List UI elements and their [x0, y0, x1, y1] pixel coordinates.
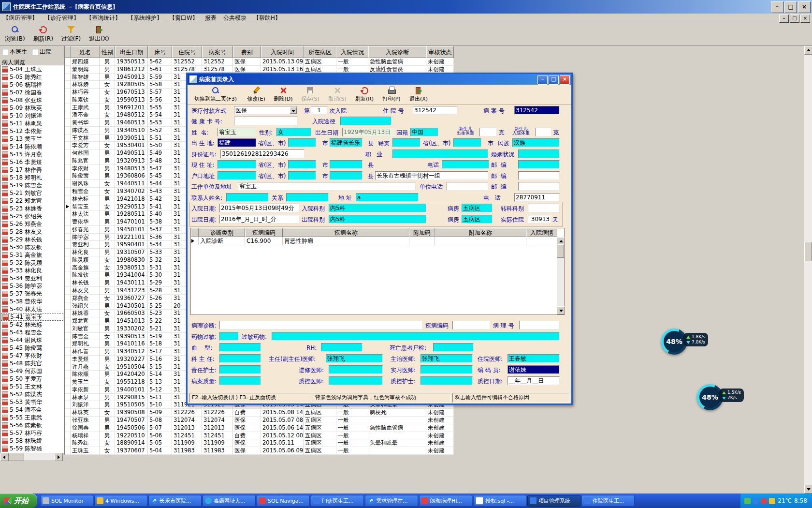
patient-list-item[interactable]: 5-57 林巧容	[1, 429, 63, 437]
dialog-close-button[interactable]: ×	[560, 75, 570, 85]
my-doctor-checkbox[interactable]: 本医生	[2, 48, 27, 56]
sex-input[interactable]: 女	[276, 128, 311, 136]
mdi-minimize-button[interactable]: –	[779, 15, 789, 23]
patient-list-item[interactable]: 5-31 高金旗	[1, 251, 63, 259]
patient-list-item[interactable]: 5-18 郑明礼	[1, 174, 63, 181]
occupation-input[interactable]	[392, 149, 488, 158]
column-header[interactable]: 姓名	[71, 46, 100, 58]
patient-list-item[interactable]: 5-34 贾亚利	[1, 274, 63, 282]
taskbar-item[interactable]: 4 Windows...	[94, 495, 147, 507]
patient-list-item[interactable]: 5-28 林友义	[1, 228, 63, 236]
browse-button[interactable]: 浏览(B)	[3, 24, 27, 45]
patient-list-item[interactable]: 5-50 李爱芳	[1, 375, 63, 383]
diagnosis-row[interactable]: 入院诊断C16.900胃恶性肿瘤	[191, 237, 564, 245]
taskbar-item[interactable]: 需求管理在...	[365, 495, 418, 507]
nationality-input[interactable]: 中国	[410, 128, 438, 136]
patient-list-item[interactable]: 5-40 林太法	[1, 305, 63, 313]
coder-input[interactable]: 谢依妹	[508, 365, 560, 374]
modify-button[interactable]: 修改(E)	[244, 85, 269, 104]
print-button[interactable]: 打印(P)	[379, 85, 404, 104]
column-header[interactable]: 性别	[100, 46, 115, 58]
admit-path-input[interactable]	[340, 117, 392, 125]
close-button[interactable]: ×	[798, 1, 811, 13]
hukou-province-input[interactable]	[288, 171, 316, 180]
minimize-button[interactable]: –	[771, 1, 783, 13]
contact-name-input[interactable]	[226, 193, 269, 202]
checkbox-icon[interactable]	[2, 49, 8, 55]
column-header[interactable]: 入院情况	[336, 46, 368, 58]
patient-list-item[interactable]: 5-23 林姝香	[1, 205, 63, 212]
patient-list-item[interactable]: 5-05 陈秀红	[1, 73, 63, 81]
contact-phone-input[interactable]: 28770911	[514, 193, 560, 202]
table-row[interactable]: 郑四嫫男193505135-62312552312552医保2015.05.13…	[65, 58, 454, 66]
dialog-minimize-button[interactable]: –	[537, 75, 548, 85]
discharge-dept-input[interactable]: 内5科	[329, 215, 426, 224]
patient-list-item[interactable]: 5-43 程雪金	[1, 329, 63, 336]
menu-item[interactable]: 【查询统计】	[86, 14, 121, 22]
patient-list-item[interactable]: 5-33 林化良	[1, 267, 63, 274]
patient-list-item[interactable]: 5-49 何苏国	[1, 367, 63, 375]
ethnic-input[interactable]: 汉族	[512, 138, 560, 147]
hukou-county-input[interactable]: 长乐市古槐镇中街村一组	[375, 171, 488, 180]
transfer-dept-input[interactable]	[528, 204, 560, 212]
pay-type-select[interactable]: 医保	[234, 106, 298, 115]
allergy-drug-input[interactable]	[272, 332, 560, 341]
refresh-button[interactable]: 刷新(R)	[31, 24, 55, 45]
dialog-titlebar[interactable]: 病案首页录入 – □ ×	[188, 74, 571, 85]
column-header[interactable]: 出生日期	[115, 46, 148, 58]
dept-head-input[interactable]	[219, 354, 261, 363]
scroll-left-icon[interactable]	[0, 453, 9, 461]
exit-button[interactable]: 退出(X)	[87, 24, 111, 45]
actual-days-input[interactable]: 30913	[528, 215, 551, 224]
inpatient-no-input[interactable]: 312542	[413, 106, 457, 115]
qc-date-input[interactable]: __年__月__日	[508, 376, 560, 385]
sidebar-hscrollbar[interactable]	[0, 453, 63, 460]
patient-list-item[interactable]: 5-58 林珠娇	[1, 437, 63, 445]
admit-dept-input[interactable]: 内5科	[329, 204, 426, 212]
column-header[interactable]: 床号	[148, 46, 172, 58]
patient-list-item[interactable]: 5-54 潘不金	[1, 406, 63, 414]
patient-list-item[interactable]: 5-51 王文林	[1, 383, 63, 390]
intern-doctor-input[interactable]	[420, 365, 473, 374]
start-button[interactable]: 开始	[0, 493, 37, 508]
menu-item[interactable]: 【帮助H】	[253, 14, 281, 22]
patient-list-item[interactable]: 5-55 王康武	[1, 414, 63, 421]
relation-input[interactable]	[286, 193, 329, 202]
checkbox-icon[interactable]	[32, 49, 38, 55]
record-no-input[interactable]: 312542	[514, 106, 560, 115]
filter-button[interactable]: 过滤(F)	[59, 24, 83, 45]
birthplace-input[interactable]: 福建	[218, 138, 256, 147]
discharge-date-input[interactable]: 2016年_月_日_时_分	[219, 215, 300, 224]
patient-list-item[interactable]: 5-25 张绍兴	[1, 212, 63, 220]
patient-list-item[interactable]: 5-12 李依新	[1, 127, 63, 135]
switch-page-button[interactable]: 切换到第二页(F3)	[189, 85, 242, 104]
hukou-city-input[interactable]	[330, 171, 362, 180]
patient-list-item[interactable]: 5-53 黄书华	[1, 398, 63, 406]
column-header[interactable]: 所在病区	[304, 46, 336, 58]
taskbar-item[interactable]: SQL Monitor	[40, 495, 93, 507]
patient-list-item[interactable]: 5-07 徐国春	[1, 89, 63, 96]
trainee-doctor-input[interactable]	[329, 365, 383, 374]
taskbar-item[interactable]: 毒霸网址大...	[203, 495, 256, 507]
column-header[interactable]: 费别	[233, 46, 261, 58]
patient-list-item[interactable]: 5-56 陈素钦	[1, 421, 63, 429]
taskbar-item[interactable]: 朗珈病理HI...	[419, 495, 472, 507]
patient-list-item[interactable]: 5-11 林承泉	[1, 120, 63, 127]
dialog-exit-button[interactable]: 退出(X)	[406, 85, 431, 104]
patient-list-item[interactable]: 5-04 王珠玉	[1, 65, 63, 73]
taskbar-item[interactable]: 授权.sql -...	[473, 495, 526, 507]
rh-input[interactable]	[321, 343, 362, 352]
patient-list-item[interactable]: 5-52 陈谋杰	[1, 390, 63, 398]
newborn-admit-weight-input[interactable]	[535, 128, 551, 136]
scrollbar-thumb[interactable]	[9, 453, 24, 461]
patient-list-item[interactable]: 5-15 许月燕	[1, 150, 63, 158]
table-row[interactable]: 徐国春男194505065-07312013312013医保2015.05.06…	[65, 424, 454, 432]
menu-item[interactable]: 公共模块	[223, 14, 246, 22]
contact-address-input[interactable]: a	[356, 193, 419, 202]
ward-input[interactable]: 五病区	[462, 204, 493, 212]
scroll-right-icon[interactable]	[55, 453, 63, 461]
hukou-zip-input[interactable]	[518, 171, 560, 180]
pathology-no-input[interactable]	[519, 321, 560, 329]
menu-item[interactable]: 【窗口W】	[169, 14, 198, 22]
patient-list-item[interactable]: 5-13 黄玉兰	[1, 135, 63, 143]
